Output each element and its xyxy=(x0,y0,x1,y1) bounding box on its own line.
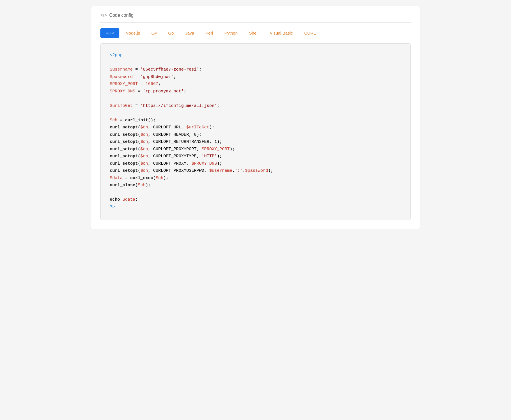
tab-curl[interactable]: CURL xyxy=(299,28,321,38)
code-line-1: <?php xyxy=(110,52,401,59)
tab-java[interactable]: Java xyxy=(180,28,199,38)
code-icon: </> xyxy=(100,13,107,18)
tab-go[interactable]: Go xyxy=(163,28,179,38)
code-line-3: $password = 'gnp8hdwjhwi'; xyxy=(110,73,401,81)
code-line-17: echo $data; xyxy=(110,196,401,203)
code-line-12: curl_setopt($ch, CURLOPT_PROXYTYPE, 'HTT… xyxy=(110,153,401,160)
tab-python[interactable]: Python xyxy=(219,28,243,38)
page-title: Code config xyxy=(109,13,133,18)
code-blank-1 xyxy=(110,59,401,66)
code-line-11: curl_setopt($ch, CURLOPT_PROXYPORT, $PRO… xyxy=(110,146,401,153)
code-block: <?php $username = '86ec5rfhae7-zone-resi… xyxy=(100,43,411,220)
code-line-2: $username = '86ec5rfhae7-zone-resi'; xyxy=(110,66,401,73)
code-blank-2 xyxy=(110,95,401,102)
code-line-16: curl_close($ch); xyxy=(110,182,401,189)
tab-php[interactable]: PHP xyxy=(100,28,119,38)
language-tabs: PHP Node.js C# Go Java Perl Python Shell… xyxy=(100,28,411,38)
tab-perl[interactable]: Perl xyxy=(200,28,218,38)
code-line-7: $ch = curl_init(); xyxy=(110,117,401,124)
code-line-8: curl_setopt($ch, CURLOPT_URL, $urlToGet)… xyxy=(110,124,401,131)
tab-nodejs[interactable]: Node.js xyxy=(121,28,145,38)
code-line-4: $PROXY_PORT = 16667; xyxy=(110,80,401,88)
header: </> Code config xyxy=(100,13,411,23)
code-line-13: curl_setopt($ch, CURLOPT_PROXY, $PROXY_D… xyxy=(110,160,401,167)
code-line-5: $PROXY_DNS = 'rp.proxyaz.net'; xyxy=(110,88,401,95)
code-line-6: $urlToGet = 'https://ifconfig.me/all.jso… xyxy=(110,102,401,110)
tab-shell[interactable]: Shell xyxy=(244,28,263,38)
code-line-15: $data = curl_exec($ch); xyxy=(110,175,401,182)
main-container: </> Code config PHP Node.js C# Go Java P… xyxy=(91,6,420,229)
tab-csharp[interactable]: C# xyxy=(146,28,162,38)
code-line-9: curl_setopt($ch, CURLOPT_HEADER, 0); xyxy=(110,131,401,139)
code-line-10: curl_setopt($ch, CURLOPT_RETURNTRANSFER,… xyxy=(110,138,401,146)
code-line-14: curl_setopt($ch, CURLOPT_PROXYUSERPWD, $… xyxy=(110,167,401,175)
code-blank-3 xyxy=(110,109,401,117)
tab-visualbasic[interactable]: Visual Basic xyxy=(265,28,298,38)
code-line-18: ?> xyxy=(110,203,401,211)
code-blank-4 xyxy=(110,189,401,196)
